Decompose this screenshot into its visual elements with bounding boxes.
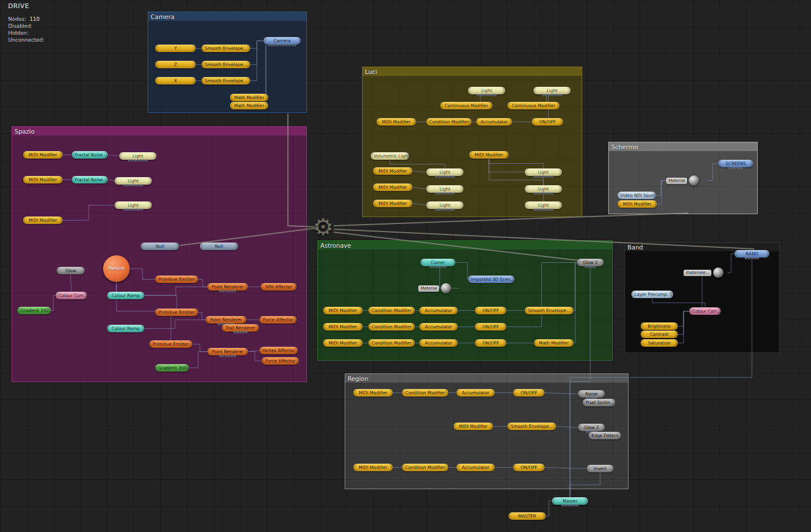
node-glow[interactable]: Glow [57, 267, 85, 274]
node-point-renderer[interactable]: Point Renderer [206, 316, 246, 324]
node-imported-3d-scen[interactable]: Imported 3D Scen... [468, 276, 514, 283]
node-midi-modifier[interactable]: MIDI Modifier [23, 217, 63, 224]
node-light[interactable]: Light [534, 87, 571, 94]
node-light[interactable]: Light [525, 185, 562, 193]
node-accumulator[interactable]: Accumulator [456, 389, 495, 397]
node-on-off[interactable]: ON/OFF [475, 323, 506, 331]
node-accumulator[interactable]: Accumulator [476, 118, 512, 126]
node-smooth-envelope[interactable]: Smooth Envelope... [202, 77, 250, 85]
node-ports[interactable] [430, 266, 447, 268]
node-midi-modifier[interactable]: MIDI Modifier [454, 423, 493, 430]
node-light[interactable]: Light [115, 201, 152, 209]
node-light[interactable]: Light [468, 87, 505, 94]
node-edge-detect[interactable]: Edge Detect [589, 432, 621, 439]
node-midi-modifier[interactable]: MIDI Modifier [353, 389, 393, 397]
node-gradient-192[interactable]: Gradient 192... [17, 307, 51, 314]
node-light[interactable]: Light [115, 177, 152, 185]
node-math-modifier[interactable]: Math Modifier [230, 94, 268, 101]
node-condition-modifier[interactable]: Condition Modifier [402, 389, 448, 397]
node-light[interactable]: Light [119, 152, 156, 160]
node-smooth-envelope[interactable]: Smooth Envelope... [525, 307, 573, 314]
node-smooth-envelope[interactable]: Smooth Envelope... [202, 45, 250, 52]
node-particle[interactable]: Particle [103, 255, 130, 282]
node-ports[interactable] [534, 208, 553, 211]
node-on-off[interactable]: ON/OFF [532, 118, 563, 126]
node-noise[interactable]: Noise [578, 390, 605, 398]
node-fractal-noise[interactable]: Fractal Noise... [72, 176, 108, 184]
node-midi-modifier[interactable]: MIDI Modifier [373, 200, 412, 207]
node-master[interactable]: Master [552, 497, 588, 505]
node-materiale[interactable]: materiale... [684, 267, 728, 278]
node-saturation[interactable]: Saturation [641, 339, 678, 347]
node-on-off[interactable]: ON/OFF [513, 464, 545, 471]
node-condition-modifier[interactable]: Condition Modifier [426, 118, 472, 126]
node-condition-modifier[interactable]: Condition Modifier [368, 307, 415, 314]
node-null[interactable]: Null [141, 243, 179, 250]
node-invert[interactable]: Invert [587, 465, 613, 472]
node-smooth-envelope[interactable]: Smooth Envelope... [507, 423, 556, 430]
node-cloner[interactable]: Cloner [421, 259, 455, 266]
node-ports[interactable] [534, 175, 553, 178]
node-contrast[interactable]: Contrast [641, 331, 678, 338]
node-light[interactable]: Light [426, 168, 463, 176]
node-null[interactable]: Null [200, 243, 238, 250]
node-ports[interactable] [745, 257, 759, 259]
node-ports[interactable] [542, 94, 562, 96]
node-fractal-noise[interactable]: Fractal Noise... [72, 151, 108, 159]
node-ports[interactable] [729, 167, 743, 169]
node-y[interactable]: Y [155, 45, 196, 52]
node-ports[interactable] [220, 355, 236, 357]
node-glow-2[interactable]: Glow 2 [578, 424, 605, 431]
node-band[interactable]: BAND [735, 250, 769, 258]
node-ports[interactable] [123, 184, 143, 186]
node-on-off[interactable]: ON/OFF [475, 339, 506, 347]
node-sph-affector[interactable]: SPH Affector [261, 283, 297, 291]
node-video-ndi-source[interactable]: Video NDI Source [618, 192, 656, 199]
node-colour-corr[interactable]: Colour Corr... [689, 307, 721, 315]
node-brightness[interactable]: Brightness [641, 322, 678, 330]
node-ports[interactable] [123, 208, 143, 211]
node-condition-modifier[interactable]: Condition Modifier [402, 464, 448, 471]
node-light[interactable]: Light [426, 185, 463, 193]
node-ports[interactable] [268, 44, 297, 46]
node-midi-modifier[interactable]: MIDI Modifier [323, 307, 363, 314]
node-point-renderer[interactable]: Point Renderer [207, 283, 248, 291]
node-midi-modifier[interactable]: MIDI Modifier [618, 200, 657, 208]
node-colour-ramp[interactable]: Colour Ramp [107, 292, 144, 299]
node-midi-modifier[interactable]: MIDI Modifier [323, 339, 363, 347]
node-light[interactable]: Light [525, 201, 562, 209]
node-accumulator[interactable]: Accumulator [419, 339, 458, 347]
node-vortex-affector[interactable]: Vortex Affector [260, 347, 298, 354]
node-ports[interactable] [585, 266, 596, 268]
node-smooth-envelope[interactable]: Smooth Envelope... [202, 61, 250, 68]
node-force-affector[interactable]: Force Affector [260, 316, 297, 324]
node-material[interactable]: Material [666, 175, 707, 186]
node-glow-2[interactable]: Glow 2 [577, 259, 604, 266]
node-ports[interactable] [534, 192, 553, 195]
node-pixel-sortin[interactable]: Pixel Sortin... [583, 399, 615, 406]
node-continuous-modifier[interactable]: Continuous Modifier [440, 102, 492, 109]
node-ports[interactable] [220, 290, 236, 292]
node-graph-canvas[interactable]: DRIVE Nodes:110Disabled:Hidden:Unconnect… [0, 0, 811, 532]
node-light[interactable]: Light [525, 168, 562, 176]
node-midi-modifier[interactable]: MIDI Modifier [373, 167, 412, 175]
node-math-modifier[interactable]: Math Modifier [534, 339, 573, 347]
node-accumulator[interactable]: Accumulator [419, 323, 458, 331]
node-midi-modifier[interactable]: MIDI Modifier [23, 176, 63, 184]
node-ports[interactable] [435, 175, 455, 178]
node-midi-modifier[interactable]: MIDI Modifier [23, 151, 63, 159]
node-primitive-emitter[interactable]: Primitive Emitter [155, 276, 198, 283]
node-force-affector[interactable]: Force Affector [262, 357, 299, 365]
node-z[interactable]: Z [155, 61, 196, 68]
node-midi-modifier[interactable]: MIDI Modifier [323, 323, 363, 331]
node-midi-modifier[interactable]: MIDI Modifier [377, 118, 416, 126]
node-accumulator[interactable]: Accumulator [419, 307, 458, 314]
node-ports[interactable] [128, 159, 148, 162]
node-material[interactable]: Material [418, 283, 459, 293]
node-camera[interactable]: Camera [264, 37, 301, 45]
node-ports[interactable] [435, 208, 455, 211]
node-midi-modifier[interactable]: MIDI Modifier [353, 464, 393, 471]
gear-icon[interactable]: ⚙ [313, 215, 334, 239]
node-colour-ramp[interactable]: Colour Ramp [107, 325, 144, 332]
node-accumulator[interactable]: Accumulator [456, 464, 495, 471]
